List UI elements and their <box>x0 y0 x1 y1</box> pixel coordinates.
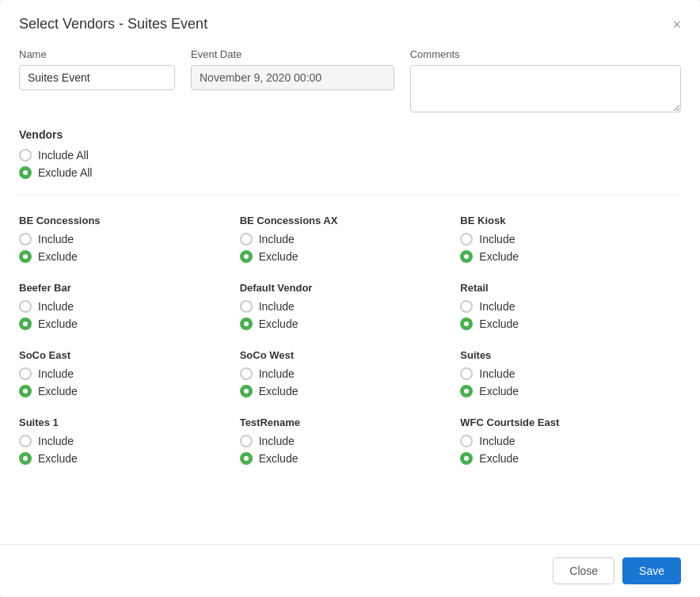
vendor-exclude-label-beefer-bar: Exclude <box>38 318 78 330</box>
vendor-exclude-radio-retail[interactable] <box>460 318 473 330</box>
vendor-exclude-radio-soco-east[interactable] <box>19 385 32 397</box>
vendor-include-radio-be-concessions[interactable] <box>19 233 32 245</box>
vendor-include-be-kiosk[interactable]: Include <box>460 233 681 245</box>
vendor-exclude-radio-default-vendor[interactable] <box>240 318 253 330</box>
vendor-exclude-label-be-kiosk: Exclude <box>479 250 519 263</box>
vendors-section-title: Vendors <box>19 128 681 141</box>
vendor-exclude-radio-soco-west[interactable] <box>240 385 253 397</box>
vendor-block-suites-1: Suites 1IncludeExclude <box>19 407 240 474</box>
vendor-exclude-radio-suites[interactable] <box>460 385 473 397</box>
vendor-block-be-concessions-ax: BE Concessions AXIncludeExclude <box>240 205 461 272</box>
vendor-options-be-concessions: IncludeExclude <box>19 233 240 263</box>
vendor-exclude-soco-east[interactable]: Exclude <box>19 385 240 397</box>
event-date-field-group: Event Date <box>191 48 394 112</box>
vendor-block-wfc-courtside-east: WFC Courtside EastIncludeExclude <box>460 407 681 474</box>
vendor-include-label-be-concessions-ax: Include <box>259 233 295 245</box>
vendor-include-beefer-bar[interactable]: Include <box>19 300 240 313</box>
vendor-include-radio-be-kiosk[interactable] <box>460 233 473 245</box>
vendor-exclude-testrename[interactable]: Exclude <box>240 452 461 465</box>
vendor-include-default-vendor[interactable]: Include <box>240 300 461 313</box>
vendor-exclude-be-concessions[interactable]: Exclude <box>19 250 240 263</box>
vendor-exclude-default-vendor[interactable]: Exclude <box>240 318 461 330</box>
vendor-options-retail: IncludeExclude <box>460 300 681 330</box>
vendor-name-default-vendor: Default Vendor <box>240 282 461 294</box>
vendor-exclude-retail[interactable]: Exclude <box>460 318 681 330</box>
vendor-include-soco-east[interactable]: Include <box>19 367 240 380</box>
vendor-include-radio-suites[interactable] <box>460 367 473 380</box>
vendor-exclude-label-be-concessions: Exclude <box>38 250 78 263</box>
vendor-name-be-concessions: BE Concessions <box>19 215 240 226</box>
vendor-exclude-beefer-bar[interactable]: Exclude <box>19 318 240 330</box>
vendor-exclude-suites[interactable]: Exclude <box>460 385 681 397</box>
vendor-exclude-radio-be-kiosk[interactable] <box>460 250 473 263</box>
vendors-section: Vendors Include All Exclude All BE Conce… <box>19 128 681 474</box>
vendor-exclude-label-suites: Exclude <box>479 385 519 397</box>
vendor-exclude-soco-west[interactable]: Exclude <box>240 385 461 397</box>
vendor-include-radio-beefer-bar[interactable] <box>19 300 32 313</box>
vendor-include-suites[interactable]: Include <box>460 367 681 380</box>
vendor-options-soco-west: IncludeExclude <box>240 367 461 397</box>
vendor-options-be-kiosk: IncludeExclude <box>460 233 681 263</box>
vendor-exclude-radio-wfc-courtside-east[interactable] <box>460 452 473 465</box>
vendor-exclude-radio-be-concessions-ax[interactable] <box>240 250 253 263</box>
vendor-include-radio-wfc-courtside-east[interactable] <box>460 435 473 447</box>
name-input[interactable] <box>19 65 175 90</box>
vendor-exclude-radio-suites-1[interactable] <box>19 452 32 465</box>
vendor-exclude-suites-1[interactable]: Exclude <box>19 452 240 465</box>
include-all-label: Include All <box>38 149 89 162</box>
vendor-exclude-radio-testrename[interactable] <box>240 452 253 465</box>
event-date-input[interactable] <box>191 65 394 90</box>
comments-textarea[interactable] <box>410 65 681 112</box>
vendor-block-soco-west: SoCo WestIncludeExclude <box>240 340 461 407</box>
vendor-include-label-testrename: Include <box>259 435 295 447</box>
vendor-include-be-concessions[interactable]: Include <box>19 233 240 245</box>
exclude-all-label: Exclude All <box>38 166 92 179</box>
vendor-options-suites: IncludeExclude <box>460 367 681 397</box>
vendor-name-be-concessions-ax: BE Concessions AX <box>240 215 461 226</box>
vendor-include-radio-soco-east[interactable] <box>19 367 32 380</box>
vendor-include-label-suites-1: Include <box>38 435 74 447</box>
vendor-name-retail: Retail <box>460 282 681 294</box>
modal-title: Select Vendors - Suites Event <box>19 16 207 32</box>
vendor-exclude-radio-be-concessions[interactable] <box>19 250 32 263</box>
vendor-exclude-label-wfc-courtside-east: Exclude <box>479 452 519 465</box>
vendor-include-retail[interactable]: Include <box>460 300 681 313</box>
vendor-include-radio-testrename[interactable] <box>240 435 253 447</box>
vendor-include-radio-suites-1[interactable] <box>19 435 32 447</box>
vendor-include-radio-retail[interactable] <box>460 300 473 313</box>
vendor-include-wfc-courtside-east[interactable]: Include <box>460 435 681 447</box>
vendor-include-radio-soco-west[interactable] <box>240 367 253 380</box>
vendor-include-radio-default-vendor[interactable] <box>240 300 253 313</box>
vendor-exclude-label-default-vendor: Exclude <box>259 318 299 330</box>
vendor-exclude-label-suites-1: Exclude <box>38 452 78 465</box>
vendor-include-soco-west[interactable]: Include <box>240 367 461 380</box>
vendor-include-label-be-concessions: Include <box>38 233 74 245</box>
exclude-all-option[interactable]: Exclude All <box>19 166 681 179</box>
vendor-exclude-be-kiosk[interactable]: Exclude <box>460 250 681 263</box>
modal-container: Select Vendors - Suites Event × Name Eve… <box>0 0 700 597</box>
vendor-exclude-be-concessions-ax[interactable]: Exclude <box>240 250 461 263</box>
vendor-name-be-kiosk: BE Kiosk <box>460 215 681 226</box>
vendor-name-wfc-courtside-east: WFC Courtside East <box>460 416 681 428</box>
save-button[interactable]: Save <box>622 557 681 584</box>
vendor-exclude-radio-beefer-bar[interactable] <box>19 318 32 330</box>
vendors-grid: BE ConcessionsIncludeExcludeBE Concessio… <box>19 205 681 474</box>
close-button[interactable]: Close <box>553 557 614 584</box>
vendor-name-testrename: TestRename <box>240 416 461 428</box>
vendor-include-suites-1[interactable]: Include <box>19 435 240 447</box>
vendor-include-be-concessions-ax[interactable]: Include <box>240 233 461 245</box>
vendor-include-label-be-kiosk: Include <box>479 233 515 245</box>
vendor-options-testrename: IncludeExclude <box>240 435 461 465</box>
vendor-options-suites-1: IncludeExclude <box>19 435 240 465</box>
include-all-option[interactable]: Include All <box>19 149 681 162</box>
vendor-include-testrename[interactable]: Include <box>240 435 461 447</box>
vendor-include-radio-be-concessions-ax[interactable] <box>240 233 253 245</box>
name-field-group: Name <box>19 48 175 112</box>
vendor-exclude-label-soco-west: Exclude <box>259 385 299 397</box>
name-label: Name <box>19 48 175 60</box>
vendor-exclude-wfc-courtside-east[interactable]: Exclude <box>460 452 681 465</box>
exclude-all-radio[interactable] <box>19 166 32 179</box>
include-all-radio[interactable] <box>19 149 32 162</box>
vendor-include-label-retail: Include <box>479 300 515 313</box>
modal-close-button[interactable]: × <box>672 17 681 32</box>
